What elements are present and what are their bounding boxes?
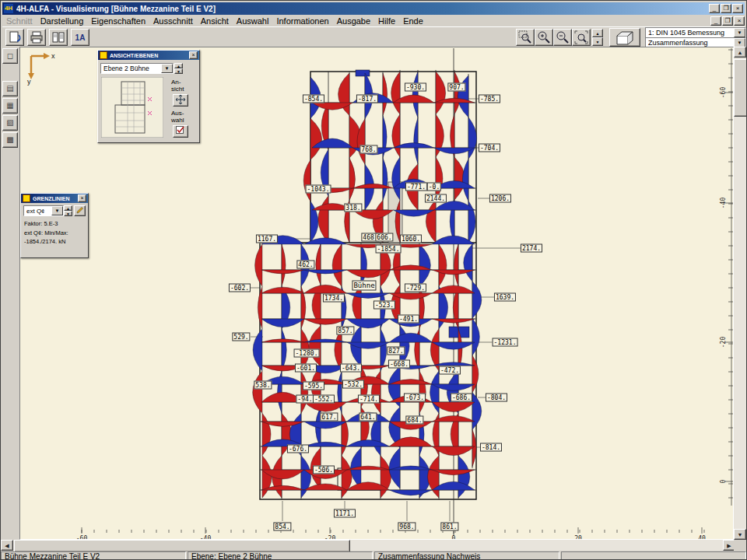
vertical-scroll-thumb[interactable] [734, 59, 747, 117]
grenzlinien-edit-button[interactable] [74, 205, 86, 216]
value-label: 538. [254, 381, 272, 390]
zoom-out-button[interactable] [553, 29, 572, 46]
zoom-fit-button[interactable] [572, 29, 591, 46]
grenzlinien-minmax-values: -1854./2174. kN [24, 238, 65, 245]
side-tool-button-4[interactable]: ▧ [2, 115, 18, 131]
zoom-in-button[interactable] [535, 29, 553, 46]
value-label: 1171. [334, 509, 356, 518]
norm-select[interactable]: 1: DIN 1045 Bemessung ▼ [645, 27, 746, 38]
scroll-up-icon[interactable]: ▲ [734, 47, 746, 58]
value-label: -602. [229, 284, 251, 292]
close-button[interactable]: × [732, 4, 743, 13]
report-button[interactable] [49, 29, 68, 46]
value-label: -804. [486, 394, 507, 402]
chevron-down-icon[interactable]: ▼ [734, 28, 745, 37]
rotate-down-button[interactable]: ▼ [592, 37, 603, 46]
value-label: -1280. [294, 349, 320, 358]
ansicht-apply-button[interactable] [173, 94, 188, 107]
value-label: -1231. [493, 338, 518, 347]
level-select[interactable]: Ebene 2 Bühne ▼ [100, 63, 174, 74]
chevron-down-icon[interactable]: ▼ [51, 206, 63, 215]
side-tool-button-3[interactable]: ▦ [2, 98, 18, 114]
value-label: 318. [344, 204, 362, 212]
menu-item-schnitt: Schnitt [2, 16, 37, 26]
menu-item-ansicht[interactable]: Ansicht [197, 16, 233, 26]
scrollbar-corner [734, 540, 746, 551]
menu-item-ausschnitt[interactable]: Ausschnitt [149, 16, 197, 26]
zoom-window-icon [518, 30, 532, 44]
level-up-button[interactable]: ▲ [174, 63, 183, 68]
value-label: -714. [358, 395, 380, 404]
maximize-button[interactable]: ❐ [721, 4, 731, 13]
value-label: 907. [447, 83, 465, 92]
value-label: 2174. [521, 244, 542, 253]
value-label: -552. [313, 395, 335, 404]
preview-icon [8, 30, 22, 44]
report-icon [51, 30, 65, 44]
mdi-minimize-button[interactable]: _ [710, 16, 721, 26]
value-label: 1639. [494, 293, 516, 302]
value-label: -472. [439, 366, 461, 375]
ansicht-panel-titlebar[interactable]: ANSICHT/EBENEN × [98, 51, 199, 60]
chevron-down-icon[interactable]: ▼ [161, 64, 173, 73]
scroll-left-icon[interactable]: ◀ [1, 540, 13, 551]
auswahl-button[interactable] [173, 125, 188, 138]
menu-item-auswahl[interactable]: Auswahl [233, 16, 273, 26]
value-label: 529. [232, 333, 250, 341]
value-label: -673. [404, 394, 426, 402]
minimize-button[interactable]: _ [709, 4, 720, 13]
value-label: -930. [405, 83, 426, 92]
type-down-button[interactable]: ▼ [64, 211, 72, 216]
close-icon[interactable]: × [78, 194, 86, 202]
close-icon[interactable]: × [189, 51, 198, 59]
menu-item-ausgabe[interactable]: Ausgabe [333, 16, 374, 26]
auswahl-label-line1: Aus- [171, 110, 184, 117]
menu-item-ende[interactable]: Ende [399, 16, 427, 26]
ansicht-label-line2: sicht [171, 86, 184, 93]
mdi-restore-button[interactable]: ❐ [722, 16, 733, 26]
grenzlinien-panel-title: GRENZLINIEN [33, 196, 78, 201]
level-down-button[interactable]: ▼ [174, 68, 183, 74]
view-3d-button[interactable] [609, 28, 640, 47]
level-select-value: Ebene 2 Bühne [101, 65, 161, 72]
value-label: -817. [356, 95, 378, 103]
y-axis-tick: -40 [720, 198, 727, 208]
horizontal-scroll-thumb[interactable] [14, 540, 350, 552]
ansicht-ebenen-panel: ANSICHT/EBENEN × Ebene 2 Bühne ▼ ▲ ▼ An-… [97, 50, 200, 143]
grenzlinien-panel-titlebar[interactable]: GRENZLINIEN × [21, 194, 88, 203]
vertical-scrollbar[interactable]: ▲ ▼ [734, 47, 746, 540]
menu-item-darstellung[interactable]: Darstellung [37, 16, 88, 26]
value-label: -0. [427, 183, 441, 191]
zoom-window-button[interactable] [516, 29, 535, 46]
panel-icon [23, 194, 30, 202]
font-size-button[interactable]: 1A [71, 29, 89, 46]
value-label: -532. [342, 380, 364, 389]
print-button[interactable] [27, 29, 46, 46]
value-label: -676. [287, 445, 309, 453]
side-tool-button-5[interactable]: ▩ [2, 132, 18, 148]
grenzlinien-type-select[interactable]: ext Q¢ ▼ [23, 205, 64, 216]
menu-item-informationen[interactable]: Informationen [272, 16, 332, 26]
norm-select-value: 1: DIN 1045 Bemessung [646, 29, 734, 37]
area-label: Bühne [352, 281, 376, 291]
value-label: -686. [451, 394, 472, 402]
value-label: 857. [336, 327, 354, 335]
status-empty [561, 551, 746, 560]
side-tool-button-1[interactable]: ◻ [2, 48, 18, 64]
menu-item-hilfe[interactable]: Hilfe [374, 16, 399, 26]
value-label: -1043. [306, 185, 331, 194]
side-tool-button-2[interactable]: ▤ [2, 81, 18, 96]
scroll-down-icon[interactable]: ▼ [734, 529, 746, 540]
y-axis-tick: 0 [720, 480, 727, 484]
mdi-close-button[interactable]: × [734, 16, 745, 26]
value-label: 968. [398, 523, 416, 531]
value-label: 617. [320, 413, 338, 422]
plan-thumbnail[interactable] [101, 77, 163, 138]
type-up-button[interactable]: ▲ [64, 205, 72, 211]
menu-item-eigenschaften[interactable]: Eigenschaften [87, 16, 149, 26]
rotate-up-button[interactable]: ▲ [592, 29, 603, 37]
horizontal-scrollbar[interactable]: ◀ ▶ [1, 540, 735, 551]
zoom-out-icon [556, 30, 570, 44]
grenzlinien-panel: GRENZLINIEN × ext Q¢ ▼ ▲ ▼ Faktor: 5.E-3… [20, 193, 89, 258]
preview-button[interactable] [5, 29, 24, 46]
